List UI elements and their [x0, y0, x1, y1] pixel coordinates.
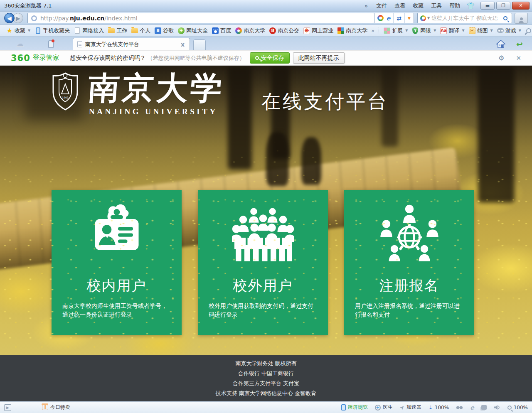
mute-toggle[interactable]: [494, 405, 500, 410]
sparkle-icon: [234, 26, 243, 35]
bookmark-baidu[interactable]: 百度: [210, 26, 233, 35]
windows-stack-icon[interactable]: [481, 405, 487, 410]
bookmark-google[interactable]: 8谷歌: [153, 26, 176, 35]
tool-games[interactable]: 游戏▼: [495, 26, 523, 35]
page-favicon-icon: [77, 41, 82, 47]
accelerator[interactable]: ➤加速器: [400, 404, 421, 411]
today-deals-link[interactable]: 今日特卖: [50, 404, 70, 411]
tool-translate[interactable]: Aa翻译▼: [438, 26, 466, 35]
bookmark-folder-personal[interactable]: 个人: [129, 26, 153, 35]
new-tab-button[interactable]: [193, 39, 206, 50]
tool-online-banking[interactable]: ¥网银▼: [410, 26, 438, 35]
incognito-toggle[interactable]: [456, 406, 463, 410]
brand-product-name: 登录管家: [33, 54, 59, 62]
bookmark-favorites[interactable]: ★收藏▼: [4, 26, 32, 35]
window-titlebar: 360安全浏览器 7.1 » 文件 查看 收藏 工具 帮助 👕 ▬ ❐ ✕: [0, 0, 532, 12]
bank-shield-icon: ¥: [412, 27, 418, 34]
menu-overflow-icon[interactable]: »: [365, 2, 368, 9]
ie-compat-icon[interactable]: e: [387, 15, 391, 22]
dismiss-site-button[interactable]: 此网站不再提示: [293, 52, 345, 64]
search-box[interactable]: ▼ 这些人开车太牛了 彻底无语: [417, 13, 512, 23]
plus-circle-icon: +: [178, 27, 185, 34]
bookmarks-overflow-icon[interactable]: »: [371, 27, 374, 34]
restore-button[interactable]: ❐: [496, 2, 510, 10]
download-manager[interactable]: ⇣100%: [429, 405, 449, 411]
back-button[interactable]: ◀: [4, 13, 15, 23]
cloud-sync-icon[interactable]: ☁: [16, 39, 24, 49]
password-save-note: （若您使用网吧等公共电脑不建议保存）: [148, 54, 245, 62]
extensions-icon: [384, 27, 390, 34]
minimize-button[interactable]: ▬: [480, 2, 495, 10]
menu-tools[interactable]: 工具: [431, 2, 442, 10]
address-bar[interactable]: http://pay.nju.edu.cn/index.html: [27, 13, 374, 23]
restore-closed-tab-icon[interactable]: ↩: [516, 39, 523, 49]
cross-screen-browse[interactable]: 跨屏浏览: [341, 404, 368, 411]
gamepad-icon: [497, 28, 504, 33]
chevron-down-icon: ▼: [519, 29, 521, 32]
bookmark-nju-2[interactable]: 南京大学: [335, 26, 369, 35]
page-zoom[interactable]: 100%: [507, 405, 528, 411]
tab-close-icon[interactable]: x: [180, 41, 185, 48]
id-card-icon: [84, 200, 150, 266]
tab-bar: ☁ 南京大学在线支付平台 x ↩: [0, 37, 532, 51]
tool-extensions[interactable]: 扩展▼: [382, 26, 410, 35]
bookmark-nju[interactable]: 南京大学: [233, 26, 267, 35]
navigation-bar: ◀ ▶ http://pay.nju.edu.cn/index.html e ⇄…: [0, 12, 532, 25]
password-save-message: 想安全保存该网站的密码吗？: [70, 54, 146, 62]
folder-icon: [131, 28, 138, 33]
phone-icon: [341, 404, 346, 411]
browser-mode-controls: e ⇄ ▼: [374, 13, 414, 23]
mobile-tabs-icon[interactable]: [48, 40, 54, 48]
mode-dropdown-icon[interactable]: ▼: [408, 16, 411, 20]
card-registration[interactable]: 注册报名 用户进入注册报名系统，通过注册可以进行报名和支付: [344, 190, 474, 335]
bookmarks-bar: ★收藏▼ 手机收藏夹 网络接入 工作 个人 8谷歌 +网址大全 百度 南京大学 …: [0, 25, 532, 37]
site-globe-icon: [31, 15, 37, 21]
menu-file[interactable]: 文件: [376, 2, 387, 10]
ie-mode-icon[interactable]: e: [470, 404, 474, 411]
url-host: nju.edu.cn: [70, 15, 104, 22]
switch-engine-icon[interactable]: ⇄: [397, 15, 401, 22]
save-password-button[interactable]: 安全保存: [250, 52, 290, 64]
search-engine-dropdown-icon[interactable]: ▼: [427, 16, 430, 20]
tab-active[interactable]: 南京大学在线支付平台 x: [73, 38, 190, 50]
card-description: 南京大学校内师生使用工资号或者学号，通过统一身份认证进行登录: [52, 302, 182, 319]
bookmark-folder-work[interactable]: 工作: [106, 26, 129, 35]
page-footer: 南京大学财务处 版权所有 合作银行 中国工商银行 合作第三方支付平台 支付宝 技…: [0, 355, 532, 401]
card-campus-user[interactable]: 校内用户 南京大学校内师生使用工资号或者学号，通过统一身份认证进行登录: [52, 190, 182, 335]
menu-help[interactable]: 帮助: [449, 2, 460, 10]
search-engine-icon[interactable]: [420, 15, 426, 21]
gear-icon[interactable]: ⚙: [498, 54, 504, 62]
color-squares-icon: [337, 27, 344, 34]
star-icon: ★: [6, 27, 13, 34]
bookmark-nanjing-bus[interactable]: 8南京公交: [267, 26, 301, 35]
search-submit-icon[interactable]: [503, 16, 507, 20]
close-bar-icon[interactable]: ✕: [516, 54, 521, 62]
card-external-user[interactable]: 校外用户 校外用户使用获取到的支付码，通过支付码进行登录: [198, 190, 328, 335]
bookmark-network-access[interactable]: 网络接入: [72, 26, 106, 35]
home-icon[interactable]: [496, 40, 505, 48]
close-button[interactable]: ✕: [512, 2, 530, 10]
chevron-down-icon: ▼: [462, 29, 464, 32]
tool-login-manager[interactable]: 登录管家: [523, 26, 532, 35]
menu-favorites[interactable]: 收藏: [413, 2, 424, 10]
menu-view[interactable]: 查看: [394, 2, 405, 10]
refresh-segment: ⇄: [394, 13, 405, 23]
paw-icon: [212, 27, 219, 34]
bookmark-mobile-favorites[interactable]: 手机收藏夹: [32, 26, 72, 35]
speed-mode-icon[interactable]: [377, 15, 384, 21]
bookmark-site-directory[interactable]: +网址大全: [176, 26, 210, 35]
search-input[interactable]: 这些人开车太牛了 彻底无语: [431, 15, 503, 22]
bookmark-online-business[interactable]: ❋网上营业: [301, 26, 335, 35]
phone-icon: [36, 27, 40, 34]
globe-network-icon: [376, 200, 443, 266]
google-icon: 8: [155, 27, 161, 34]
university-name-en: NANJING UNIVERSITY: [89, 107, 218, 116]
hero-banner: 1902 南京大学 NANJING UNIVERSITY 在线支付平台: [0, 66, 532, 355]
user-login-button[interactable]: [515, 13, 528, 24]
red-badge-icon: 8: [269, 27, 276, 34]
browser-doctor[interactable]: +医生: [375, 404, 393, 411]
card-title: 校外用户: [233, 276, 293, 295]
skin-shirt-icon[interactable]: 👕: [467, 2, 475, 10]
tool-screenshot[interactable]: ✂截图▼: [467, 26, 495, 35]
sidebar-toggle-icon[interactable]: ▶: [4, 404, 11, 411]
